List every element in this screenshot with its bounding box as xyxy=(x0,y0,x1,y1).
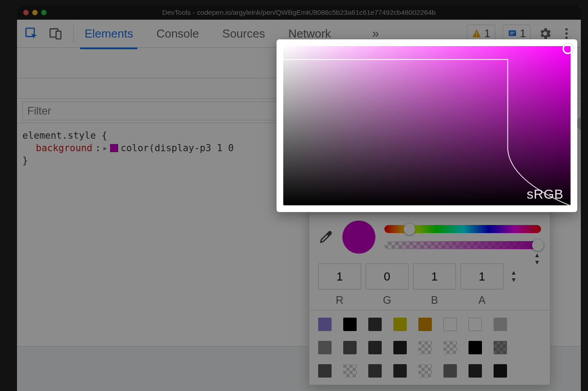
svg-rect-6 xyxy=(510,32,515,33)
maximize-window-button[interactable] xyxy=(41,10,47,15)
a-input[interactable] xyxy=(460,264,503,289)
tab-console[interactable]: Console xyxy=(156,21,199,47)
eyedropper-icon[interactable] xyxy=(318,230,333,245)
hue-slider[interactable] xyxy=(384,225,541,233)
palette-swatch[interactable] xyxy=(469,318,482,331)
palette-switcher[interactable]: ▲▼ xyxy=(534,246,540,266)
info-icon xyxy=(507,29,517,38)
b-label: B xyxy=(431,294,438,306)
tab-sources[interactable]: Sources xyxy=(222,21,265,47)
palette-swatch[interactable] xyxy=(494,364,507,378)
color-palettes: ▲▼ xyxy=(309,310,550,385)
palette-swatch[interactable] xyxy=(469,364,482,378)
palette-swatch[interactable] xyxy=(343,341,357,354)
svg-rect-5 xyxy=(508,30,516,36)
svg-rect-7 xyxy=(510,34,513,34)
current-color-swatch[interactable] xyxy=(342,221,375,254)
tab-elements[interactable]: Elements xyxy=(85,21,133,47)
css-selector: element.style xyxy=(22,130,96,141)
spectrum-area[interactable]: sRGB xyxy=(283,46,571,205)
palette-swatch[interactable] xyxy=(318,341,332,354)
palette-swatch[interactable] xyxy=(418,318,432,331)
traffic-lights xyxy=(23,10,47,15)
svg-point-10 xyxy=(565,37,567,39)
gamut-boundary-line xyxy=(283,46,571,206)
color-swatch[interactable] xyxy=(110,144,118,152)
color-format-switcher[interactable]: ▲▼ xyxy=(511,264,517,283)
palette-row xyxy=(318,318,541,331)
alpha-slider[interactable] xyxy=(384,241,541,249)
expand-shorthand-icon[interactable]: ▶ xyxy=(103,144,107,152)
settings-icon[interactable] xyxy=(538,26,552,41)
r-label: R xyxy=(336,294,343,306)
palette-swatch[interactable] xyxy=(393,341,407,354)
palette-swatch[interactable] xyxy=(393,318,407,331)
palette-swatch[interactable] xyxy=(368,341,382,354)
palette-swatch[interactable] xyxy=(443,341,457,354)
toolbar-separator xyxy=(73,25,74,42)
svg-rect-3 xyxy=(476,32,477,35)
svg-rect-2 xyxy=(56,31,61,39)
r-input[interactable] xyxy=(318,264,361,289)
spectrum-cursor[interactable] xyxy=(562,43,573,54)
palette-row xyxy=(318,341,541,354)
css-property: background xyxy=(36,143,92,153)
palette-swatch[interactable] xyxy=(469,341,482,354)
palette-swatch[interactable] xyxy=(443,318,457,331)
svg-rect-4 xyxy=(476,36,477,37)
issues-count: 1 xyxy=(520,27,526,40)
g-input[interactable] xyxy=(366,264,409,289)
palette-swatch[interactable] xyxy=(494,318,507,331)
palette-swatch[interactable] xyxy=(418,341,432,354)
palette-swatch[interactable] xyxy=(343,318,357,331)
device-toolbar-icon[interactable] xyxy=(48,26,63,41)
palette-swatch[interactable] xyxy=(318,364,332,378)
inspect-element-icon[interactable] xyxy=(24,26,38,41)
palette-swatch[interactable] xyxy=(418,364,432,378)
b-input[interactable] xyxy=(413,264,456,289)
warnings-count: 1 xyxy=(484,27,490,40)
gamut-label: sRGB xyxy=(527,187,563,202)
palette-swatch[interactable] xyxy=(368,364,382,378)
more-tabs-icon[interactable]: » xyxy=(372,26,379,41)
palette-swatch[interactable] xyxy=(494,341,507,354)
warning-icon xyxy=(472,29,481,38)
color-inputs: R G B A ▲▼ xyxy=(309,257,550,310)
titlebar: DevTools - codepen.io/argyleink/pen/QWBg… xyxy=(17,5,581,20)
palette-swatch[interactable] xyxy=(393,364,407,378)
css-open-brace: { xyxy=(102,130,107,141)
close-window-button[interactable] xyxy=(23,10,29,15)
more-options-icon[interactable] xyxy=(559,26,574,41)
palette-row xyxy=(318,364,541,378)
svg-point-9 xyxy=(565,32,567,34)
palette-swatch[interactable] xyxy=(368,318,382,331)
window-title: DevTools - codepen.io/argyleink/pen/QWBg… xyxy=(162,8,436,17)
spectrum-popover: sRGB xyxy=(277,39,577,212)
minimize-window-button[interactable] xyxy=(32,10,38,15)
a-label: A xyxy=(478,294,486,306)
hue-slider-handle[interactable] xyxy=(404,223,415,235)
palette-swatch[interactable] xyxy=(343,364,357,378)
palette-swatch[interactable] xyxy=(318,318,332,331)
g-label: G xyxy=(383,294,392,306)
svg-point-8 xyxy=(565,28,567,30)
css-value: color(display-p3 1 0 xyxy=(121,143,234,153)
palette-swatch[interactable] xyxy=(443,364,457,378)
